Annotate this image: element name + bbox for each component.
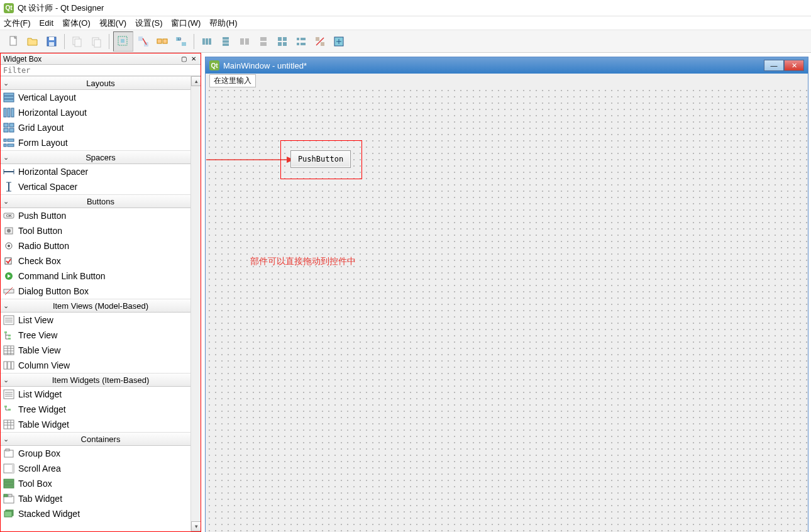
toolbar-layouth-button[interactable] bbox=[198, 33, 216, 50]
widget-tree[interactable]: ⌄ Layouts Vertical Layout Horizontal Lay… bbox=[1, 76, 201, 531]
category-itemwidgets[interactable]: ⌄Item Widgets (Item-Based) bbox=[1, 373, 201, 387]
canvas-push-button[interactable]: PushButton bbox=[290, 150, 351, 168]
commandlink-icon bbox=[3, 271, 14, 281]
form-layout-icon bbox=[295, 35, 307, 48]
toolbar-layoutform-button[interactable] bbox=[292, 33, 310, 50]
toolbar-copy-button[interactable] bbox=[69, 33, 86, 50]
toolbar-layoutsplith-button[interactable] bbox=[236, 33, 253, 50]
svg-rect-64 bbox=[8, 338, 11, 340]
edit-widgets-icon bbox=[117, 35, 130, 48]
dock-float-button[interactable]: ▢ bbox=[179, 55, 188, 64]
svg-rect-20 bbox=[223, 37, 229, 40]
widget-tab-widget[interactable]: Tab Widget bbox=[1, 491, 201, 506]
svg-rect-10 bbox=[138, 36, 143, 41]
category-containers[interactable]: ⌄Containers bbox=[1, 432, 201, 446]
toolbar-breaklayout-button[interactable] bbox=[311, 33, 329, 50]
widget-filter-input[interactable] bbox=[1, 65, 201, 76]
toolbar-layoutv-button[interactable] bbox=[217, 33, 234, 50]
menu-window[interactable]: 窗口(W) bbox=[171, 18, 201, 29]
paste-icon bbox=[90, 35, 102, 48]
svg-rect-32 bbox=[301, 38, 306, 40]
widget-table-view[interactable]: Table View bbox=[1, 343, 201, 358]
widget-radio-button[interactable]: Radio Button bbox=[1, 238, 201, 253]
widget-vertical-spacer[interactable]: Vertical Spacer bbox=[1, 179, 201, 194]
menu-file[interactable]: 文件(F) bbox=[4, 18, 31, 29]
widget-dialog-buttonbox[interactable]: Dialog Button Box bbox=[1, 284, 201, 299]
toolbar-open-button[interactable] bbox=[24, 33, 41, 50]
qt-logo-icon: Qt bbox=[209, 60, 219, 70]
toolbar-new-button[interactable] bbox=[5, 33, 23, 50]
scroll-down-button[interactable]: ▾ bbox=[191, 521, 201, 531]
widget-list-widget[interactable]: List Widget bbox=[1, 387, 201, 402]
svg-rect-70 bbox=[4, 406, 7, 407]
toolbar-save-button[interactable] bbox=[43, 33, 60, 50]
menu-help[interactable]: 帮助(H) bbox=[209, 18, 237, 29]
widget-list-view[interactable]: List View bbox=[1, 313, 201, 328]
widget-tool-button[interactable]: Tool Button bbox=[1, 223, 201, 238]
toolbar-editbuddies-button[interactable] bbox=[153, 33, 171, 50]
design-window[interactable]: Qt MainWindow - untitled* — ✕ 在这里输入 Push… bbox=[205, 57, 808, 532]
svg-rect-40 bbox=[4, 99, 14, 102]
toolbar-editsignals-button[interactable] bbox=[135, 33, 152, 50]
chevron-down-icon: ⌄ bbox=[1, 302, 11, 310]
category-buttons[interactable]: ⌄Buttons bbox=[1, 194, 201, 208]
category-spacers[interactable]: ⌄Spacers bbox=[1, 150, 201, 164]
category-itemviews[interactable]: ⌄Item Views (Model-Based) bbox=[1, 299, 201, 313]
design-window-titlebar[interactable]: Qt MainWindow - untitled* — ✕ bbox=[206, 57, 808, 74]
scroll-up-button[interactable]: ▴ bbox=[191, 76, 201, 86]
toolbar-paste-button[interactable] bbox=[87, 33, 105, 50]
window-minimize-button[interactable]: — bbox=[764, 60, 784, 71]
menu-view[interactable]: 视图(V) bbox=[99, 18, 126, 29]
svg-rect-80 bbox=[4, 496, 14, 503]
toolbar-editwidgets-button[interactable] bbox=[114, 33, 132, 50]
svg-rect-9 bbox=[121, 39, 124, 43]
split-horizontal-icon bbox=[238, 35, 251, 48]
app-title: Qt 设计师 - Qt Designer bbox=[18, 3, 104, 14]
toolbar-separator bbox=[109, 34, 109, 49]
widget-tool-box[interactable]: Tool Box bbox=[1, 476, 201, 491]
grid-icon bbox=[276, 35, 289, 48]
widget-vertical-layout[interactable]: Vertical Layout bbox=[1, 90, 201, 105]
qt-logo-icon: Qt bbox=[4, 3, 14, 13]
widget-stacked-widget[interactable]: Stacked Widget bbox=[1, 506, 201, 521]
widget-scroll-area[interactable]: Scroll Area bbox=[1, 461, 201, 476]
widget-horizontal-layout[interactable]: Horizontal Layout bbox=[1, 105, 201, 120]
svg-rect-63 bbox=[8, 335, 11, 336]
widget-box-scrollbar[interactable]: ▴ ▾ bbox=[190, 76, 201, 531]
widget-column-view[interactable]: Column View bbox=[1, 358, 201, 373]
widget-group-box[interactable]: Group Box bbox=[1, 446, 201, 461]
toolbar-layoutsplitv-button[interactable] bbox=[255, 33, 272, 50]
dock-close-button[interactable]: ✕ bbox=[189, 55, 198, 64]
widget-check-box[interactable]: Check Box bbox=[1, 253, 201, 269]
svg-rect-25 bbox=[260, 37, 267, 41]
tabwidget-icon bbox=[3, 494, 14, 504]
design-canvas[interactable]: PushButton 部件可以直接拖动到控件中 bbox=[206, 87, 807, 532]
menu-settings[interactable]: 设置(S) bbox=[135, 18, 162, 29]
svg-rect-66 bbox=[4, 362, 7, 369]
widget-grid-layout[interactable]: Grid Layout bbox=[1, 120, 201, 135]
toolbar-layoutgrid-button[interactable] bbox=[273, 33, 291, 50]
toolbar-adjustsize-button[interactable] bbox=[330, 33, 348, 50]
widget-tree-view[interactable]: Tree View bbox=[1, 328, 201, 343]
widget-tree-widget[interactable]: Tree Widget bbox=[1, 402, 201, 417]
widget-push-button[interactable]: OKPush Button bbox=[1, 208, 201, 223]
buttonbox-icon bbox=[3, 286, 14, 296]
toolbar-edittabs-button[interactable]: 12 bbox=[172, 33, 190, 50]
svg-rect-33 bbox=[297, 43, 299, 45]
menu-placeholder[interactable]: 在这里输入 bbox=[209, 74, 256, 87]
menu-form[interactable]: 窗体(O) bbox=[62, 18, 91, 29]
svg-rect-38 bbox=[4, 93, 14, 96]
treewidget-icon bbox=[3, 404, 14, 414]
widget-table-widget[interactable]: Table Widget bbox=[1, 417, 201, 432]
widget-form-layout[interactable]: Form Layout bbox=[1, 135, 201, 150]
svg-rect-21 bbox=[223, 40, 229, 43]
menu-edit[interactable]: Edit bbox=[40, 18, 53, 28]
pushbutton-icon: OK bbox=[3, 211, 14, 221]
app-title-bar: Qt Qt 设计师 - Qt Designer bbox=[0, 0, 811, 16]
design-area: Qt MainWindow - untitled* — ✕ 在这里输入 Push… bbox=[201, 53, 811, 532]
window-close-button[interactable]: ✕ bbox=[784, 60, 804, 71]
svg-text:12: 12 bbox=[177, 37, 182, 41]
widget-command-link[interactable]: Command Link Button bbox=[1, 269, 201, 284]
widget-horizontal-spacer[interactable]: Horizontal Spacer bbox=[1, 164, 201, 179]
category-layouts[interactable]: ⌄ Layouts bbox=[1, 76, 201, 90]
